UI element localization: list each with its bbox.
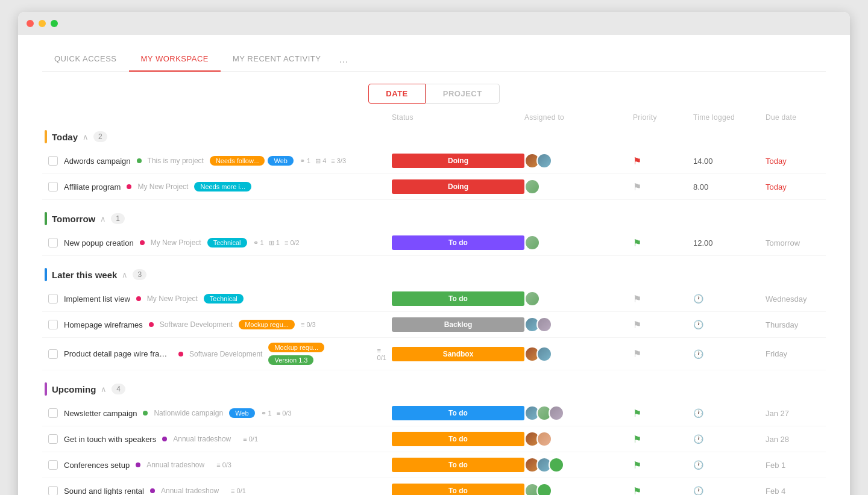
assigned-to-cell [524, 483, 633, 495]
project-dot [136, 462, 140, 467]
task-name: Conferences setup [64, 461, 130, 470]
assigned-to-cell [524, 431, 633, 447]
avatar [536, 346, 552, 362]
task-tags: Mockup regu... [239, 320, 295, 329]
project-dot [140, 240, 145, 245]
section-count: 1 [111, 213, 125, 224]
section-header-today: Today ∧ 2 [42, 125, 826, 148]
status-cell: To do [392, 458, 524, 472]
time-icon: 🕐 [693, 294, 703, 304]
table-row: Product detail page wire frames Software… [42, 338, 826, 370]
status-cell: Sandbox [392, 347, 524, 361]
avatar [536, 483, 552, 495]
time-logged-cell: 12.00 [693, 238, 766, 248]
project-toggle-button[interactable]: PROJECT [426, 84, 500, 104]
task-tag: Needs more i... [194, 182, 251, 191]
task-main-cell: Conferences setup Annual tradeshow ≡ 0/3 [48, 460, 392, 470]
avatar [549, 457, 564, 473]
task-checkbox[interactable] [48, 408, 58, 418]
task-checkbox[interactable] [48, 182, 58, 191]
section-today: Today ∧ 2 Adwords campaign This is my pr… [42, 125, 826, 200]
section-label: Today [52, 132, 78, 142]
priority-cell: ⚑ [633, 434, 693, 445]
due-date-value: Thursday [766, 320, 798, 329]
assigned-to-cell [524, 179, 633, 195]
task-main-cell: Affiliate program My New Project Needs m… [48, 182, 392, 191]
task-meta: ⚭ 1⊞ 1≡ 0/2 [253, 239, 300, 247]
priority-flag-icon: ⚑ [633, 408, 641, 419]
project-dot [143, 411, 148, 416]
status-cell: To do [392, 406, 524, 420]
status-cell: To do [392, 235, 524, 250]
task-tag: Technical [207, 238, 247, 248]
maximize-dot[interactable] [51, 20, 58, 27]
priority-cell: ⚑ [633, 155, 693, 167]
time-logged-value: 14.00 [693, 157, 713, 166]
tab-bar: QUICK ACCESS MY WORKSPACE MY RECENT ACTI… [42, 35, 826, 72]
minimize-dot[interactable] [39, 20, 46, 27]
task-checkbox[interactable] [48, 156, 58, 166]
table-row: Affiliate program My New Project Needs m… [42, 174, 826, 200]
header-time-logged: Time logged [693, 113, 766, 122]
section-upcoming: Upcoming ∧ 4 Newsletter campaign Nationw… [42, 378, 826, 495]
project-name: My New Project [137, 182, 188, 191]
task-main-cell: Product detail page wire frames Software… [48, 343, 392, 365]
task-checkbox[interactable] [48, 294, 58, 304]
assigned-to-cell [524, 291, 633, 307]
status-badge: Doing [392, 154, 524, 168]
task-main-cell: Sound and lights rental Annual tradeshow… [48, 486, 392, 495]
section-chevron[interactable]: ∧ [83, 132, 89, 142]
time-icon: 🕐 [693, 408, 703, 418]
tab-quick-access[interactable]: QUICK ACCESS [42, 47, 129, 72]
time-logged-value: 8.00 [693, 182, 708, 191]
priority-flag-icon: ⚑ [633, 294, 641, 304]
close-dot[interactable] [27, 20, 34, 27]
table-row: Adwords campaign This is my project Need… [42, 148, 826, 174]
due-date-cell: Feb 1 [766, 461, 826, 470]
assigned-to-cell [524, 405, 633, 421]
section-chevron[interactable]: ∧ [100, 214, 106, 223]
due-date-cell: Wednesday [766, 294, 826, 304]
status-badge: Backlog [392, 317, 524, 332]
status-badge: Doing [392, 179, 524, 194]
tab-my-workspace[interactable]: MY WORKSPACE [129, 47, 221, 72]
task-checkbox[interactable] [48, 460, 58, 470]
project-name: My New Project [151, 238, 201, 247]
task-checkbox[interactable] [48, 434, 58, 444]
task-checkbox[interactable] [48, 486, 58, 495]
task-name: Newsletter campaign [64, 409, 137, 418]
project-dot [178, 352, 183, 356]
task-tag: Mockup requ... [268, 343, 324, 352]
task-name: New popup creation [64, 238, 134, 248]
priority-flag-icon: ⚑ [633, 486, 641, 496]
task-main-cell: Newsletter campaign Nationwide campaign … [48, 408, 392, 418]
tab-my-recent-activity[interactable]: MY RECENT ACTIVITY [221, 47, 333, 72]
section-chevron[interactable]: ∧ [122, 270, 128, 279]
table-row: Implement list view My New Project Techn… [42, 286, 826, 312]
section-color-bar [45, 212, 47, 225]
time-icon: 🕐 [693, 349, 703, 359]
due-date-cell: Friday [766, 349, 826, 358]
task-meta: ≡ 0/1 [377, 347, 392, 361]
section-chevron[interactable]: ∧ [101, 385, 107, 394]
due-date-value: Wednesday [766, 294, 807, 304]
due-date-value: Jan 27 [766, 409, 789, 418]
tab-more[interactable]: ... [333, 48, 354, 70]
task-checkbox[interactable] [48, 320, 58, 329]
task-tags: Needs more i... [194, 182, 251, 191]
task-tag: Technical [204, 294, 244, 304]
due-date-value: Today [766, 182, 787, 191]
table-row: Homepage wireframes Software Development… [42, 312, 826, 338]
task-tag: Web [268, 156, 293, 166]
task-link-count: ⚭ 1 [300, 157, 310, 165]
task-meta: ≡ 0/3 [301, 321, 316, 328]
time-logged-cell: 🕐 [693, 349, 766, 359]
task-checkbox[interactable] [48, 238, 58, 248]
project-dot [149, 322, 154, 327]
assigned-to-cell [524, 317, 633, 332]
task-checklist-count: ≡ 0/1 [377, 347, 392, 361]
date-toggle-button[interactable]: DATE [368, 84, 425, 104]
status-cell: To do [392, 432, 524, 446]
section-count: 2 [93, 131, 107, 142]
task-checkbox[interactable] [48, 349, 58, 359]
